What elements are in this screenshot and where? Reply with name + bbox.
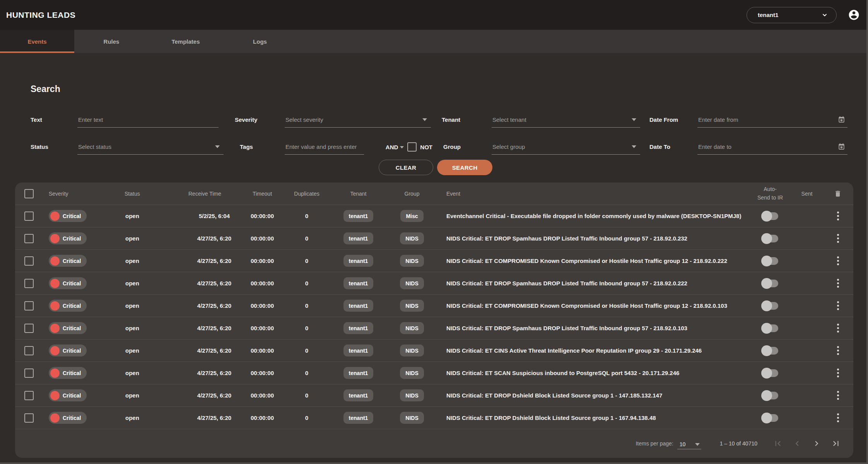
event-cell: Eventchannel Critical - Executable file …: [441, 213, 749, 219]
severity-badge-label: Critical: [63, 235, 81, 242]
row-menu-icon[interactable]: [836, 389, 841, 401]
severity-select[interactable]: Select severity: [285, 112, 431, 128]
auto-send-ir-toggle[interactable]: [761, 211, 779, 222]
table-body: Critical open 5/2/25, 6:04 00:00:00 0 te…: [15, 205, 853, 429]
toggle-thumb: [761, 256, 772, 266]
calendar-icon[interactable]: [838, 116, 845, 123]
tab-logs[interactable]: Logs: [223, 30, 297, 53]
trash-icon[interactable]: [834, 190, 842, 198]
events-table: Severity Status Receive Time Timeout Dup…: [15, 183, 853, 458]
row-menu-icon[interactable]: [836, 412, 841, 424]
previous-page-icon[interactable]: [791, 438, 803, 449]
severity-badge: Critical: [49, 210, 87, 222]
auto-send-ir-toggle[interactable]: [761, 413, 779, 423]
row-checkbox[interactable]: [24, 279, 34, 288]
group-chip: NIDS: [400, 367, 424, 379]
tab-events[interactable]: Events: [0, 30, 74, 53]
auto-send-ir-toggle[interactable]: [761, 323, 779, 334]
severity-badge-label: Critical: [63, 348, 81, 354]
row-checkbox[interactable]: [24, 234, 34, 243]
tags-operator-select[interactable]: AND: [386, 144, 404, 150]
receive-time-cell: 4/27/25, 6:20: [184, 392, 245, 399]
row-checkbox[interactable]: [24, 413, 34, 423]
page-size-select[interactable]: 10: [677, 438, 701, 449]
row-menu-icon[interactable]: [836, 232, 841, 244]
row-menu-icon[interactable]: [836, 367, 841, 379]
auto-send-ir-toggle[interactable]: [761, 368, 779, 379]
row-checkbox[interactable]: [24, 324, 34, 333]
severity-badge: Critical: [49, 412, 87, 424]
tenant-selector[interactable]: tenant1: [747, 7, 837, 23]
severity-badge-label: Critical: [63, 370, 81, 376]
scrollbar-track-horizontal[interactable]: [0, 462, 868, 464]
column-header-auto-send-ir: Auto- Send to IR: [749, 185, 791, 202]
tab-bar: Events Rules Templates Logs: [0, 30, 868, 53]
status-select[interactable]: Select status: [77, 139, 224, 155]
severity-dot-icon: [50, 234, 60, 243]
table-row: Critical open 4/27/25, 6:20 00:00:00 0 t…: [15, 384, 853, 407]
tenant-label: Tenant: [431, 116, 492, 128]
calendar-icon[interactable]: [838, 143, 845, 150]
search-button[interactable]: SEARCH: [437, 160, 492, 175]
last-page-icon[interactable]: [830, 438, 842, 449]
dropdown-arrow-icon: [632, 118, 636, 121]
date-from-input[interactable]: Enter date from: [697, 112, 847, 128]
auto-send-ir-toggle[interactable]: [761, 256, 779, 266]
group-chip: NIDS: [400, 345, 424, 357]
table-row: Critical open 4/27/25, 6:20 00:00:00 0 t…: [15, 339, 853, 362]
auto-send-ir-toggle[interactable]: [761, 390, 779, 401]
severity-badge-label: Critical: [63, 415, 81, 421]
first-page-icon[interactable]: [772, 438, 784, 449]
row-checkbox[interactable]: [24, 368, 34, 378]
row-checkbox[interactable]: [24, 301, 34, 310]
tags-input[interactable]: Enter value and press enter: [285, 139, 364, 155]
tenant-chip: tenant1: [343, 367, 374, 379]
row-menu-icon[interactable]: [836, 277, 841, 289]
timeout-cell: 00:00:00: [245, 325, 280, 331]
table-row: Critical open 4/27/25, 6:20 00:00:00 0 t…: [15, 295, 853, 317]
column-header-severity: Severity: [43, 191, 116, 197]
tenant-chip: tenant1: [343, 210, 374, 222]
column-header-receive-time: Receive Time: [184, 191, 245, 197]
clear-button[interactable]: CLEAR: [379, 160, 433, 175]
group-select[interactable]: Select group: [492, 139, 640, 155]
column-header-timeout: Timeout: [245, 191, 280, 197]
toggle-thumb: [761, 211, 772, 222]
severity-badge-label: Critical: [63, 325, 81, 331]
receive-time-cell: 4/27/25, 6:20: [184, 235, 245, 242]
row-menu-icon[interactable]: [836, 345, 841, 357]
scrollbar-track-vertical[interactable]: [866, 0, 868, 464]
duplicates-cell: 0: [280, 325, 334, 331]
tab-rules[interactable]: Rules: [74, 30, 149, 53]
text-input-placeholder: Enter text: [78, 116, 103, 123]
text-input[interactable]: Enter text: [77, 112, 219, 128]
select-all-checkbox[interactable]: [24, 189, 34, 198]
row-menu-icon[interactable]: [836, 210, 841, 222]
auto-send-ir-toggle[interactable]: [761, 300, 779, 311]
date-from-label: Date From: [640, 116, 697, 128]
severity-badge-label: Critical: [63, 258, 81, 264]
auto-send-ir-toggle[interactable]: [761, 278, 779, 289]
toggle-thumb: [761, 278, 772, 289]
duplicates-cell: 0: [280, 280, 334, 287]
auto-send-ir-toggle[interactable]: [761, 233, 779, 244]
row-menu-icon[interactable]: [836, 322, 841, 334]
row-checkbox[interactable]: [24, 346, 34, 355]
severity-badge-label: Critical: [63, 392, 81, 399]
account-icon[interactable]: [848, 9, 860, 21]
row-menu-icon[interactable]: [836, 255, 841, 267]
tenant-selector-value: tenant1: [758, 12, 778, 18]
column-header-group: Group: [383, 191, 441, 197]
tenant-select[interactable]: Select tenant: [492, 112, 640, 128]
not-checkbox[interactable]: [407, 142, 417, 152]
row-checkbox[interactable]: [24, 212, 34, 221]
row-menu-icon[interactable]: [836, 300, 841, 312]
toggle-thumb: [761, 323, 772, 334]
tab-templates[interactable]: Templates: [149, 30, 223, 53]
table-row: Critical open 4/27/25, 6:20 00:00:00 0 t…: [15, 317, 853, 339]
row-checkbox[interactable]: [24, 391, 34, 400]
auto-send-ir-toggle[interactable]: [761, 345, 779, 356]
date-to-input[interactable]: Enter date to: [697, 139, 847, 155]
next-page-icon[interactable]: [811, 438, 822, 449]
row-checkbox[interactable]: [24, 256, 34, 266]
